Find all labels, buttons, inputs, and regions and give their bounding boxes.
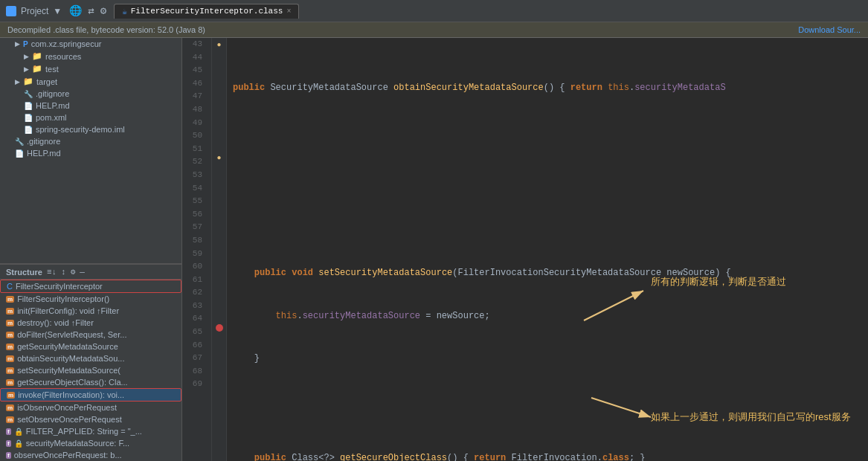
- code-editor: 43 44 45 46 47 48 49 50 51 52 53 54 55 5…: [182, 38, 868, 461]
- m-badge: m: [6, 379, 14, 386]
- struct-isobserve[interactable]: m isObserveOncePerRequest: [0, 402, 181, 413]
- constructor-name: FilterSecurityInterceptor(): [17, 294, 109, 303]
- m-badge: m: [6, 355, 14, 362]
- iml-icon: 📄: [24, 126, 33, 134]
- destroy-name: destroy(): void ↑Filter: [17, 318, 94, 327]
- project-dropdown-icon: ▼: [53, 6, 62, 16]
- struct-destroy[interactable]: m destroy(): void ↑Filter: [0, 317, 181, 329]
- project-icon: [6, 6, 16, 16]
- sidebar: ▶ P com.xz.springsecur ▶ 📁 resources ▶ 📁…: [0, 38, 182, 461]
- git-icon2: 🔧: [15, 138, 24, 146]
- m-badge: m: [6, 367, 14, 374]
- f-badge: f: [6, 428, 11, 435]
- md-icon2: 📄: [15, 149, 24, 158]
- code-line-51: public Class<?> getSecureObjectClass() {…: [233, 451, 862, 461]
- tab-close-button[interactable]: ×: [286, 7, 291, 16]
- tree-item-help2[interactable]: 📄 HELP.md: [0, 147, 181, 159]
- getsecobj-name: getSecureObjectClass(): Cla...: [17, 378, 128, 387]
- tree-item-target[interactable]: ▶ 📁 target: [0, 75, 181, 88]
- line-56: 56: [188, 208, 205, 222]
- struct-filter-applied[interactable]: f 🔒 FILTER_APPLIED: String = "_...: [0, 425, 181, 437]
- settings-icon[interactable]: ⚙: [100, 4, 106, 17]
- m-badge: m: [6, 308, 14, 315]
- target-label: target: [36, 77, 57, 86]
- structure-header: Structure ≡↓ ↕ ⚙ —: [0, 265, 181, 280]
- tree-item-resources[interactable]: ▶ 📁 resources: [0, 50, 181, 62]
- sort-icon[interactable]: ≡↓: [47, 268, 57, 277]
- struct-invoke[interactable]: m invoke(FilterInvocation): voi...: [0, 388, 181, 402]
- download-source-link[interactable]: Download Sour...: [798, 25, 861, 34]
- struct-constructor[interactable]: m FilterSecurityInterceptor(): [0, 293, 181, 305]
- structure-title: Structure: [6, 268, 42, 277]
- line-65: 65: [188, 326, 205, 339]
- f-badge: f: [6, 440, 11, 447]
- toolbar-icons: 🌐 ⇄ ⚙: [69, 4, 106, 17]
- sort-az-icon[interactable]: ↕: [61, 268, 66, 277]
- md-icon: 📄: [24, 102, 33, 110]
- help1-label: HELP.md: [36, 101, 70, 110]
- annotation-2: 如果上一步通过，则调用我们自己写的rest服务: [651, 410, 851, 425]
- line-57: 57: [188, 221, 205, 234]
- struct-setobserve[interactable]: m setObserveOncePerRequest: [0, 413, 181, 425]
- line-44: 44: [188, 51, 205, 65]
- struct-secmeta-source[interactable]: f 🔒 securityMetadataSource: F...: [0, 437, 181, 449]
- active-tab[interactable]: ☕ FilterSecurityInterceptor.class ×: [114, 4, 299, 19]
- folder-icon: 📁: [23, 77, 33, 86]
- project-menu[interactable]: Project ▼: [6, 6, 62, 16]
- line-53: 53: [188, 169, 205, 182]
- tree-item-project-root[interactable]: ▶ P com.xz.springsecur: [0, 38, 181, 50]
- f-badge: f: [6, 452, 11, 459]
- m-badge: m: [6, 416, 14, 423]
- tab-bar: ☕ FilterSecurityInterceptor.class ×: [114, 4, 862, 19]
- test-label: test: [45, 65, 59, 74]
- struct-init[interactable]: m init(FilterConfig): void ↑Filter: [0, 305, 181, 317]
- settings-struct-icon[interactable]: ⚙: [71, 267, 76, 277]
- tree-item-gitignore2[interactable]: 🔧 .gitignore: [0, 135, 181, 147]
- observe-once-name: observeOncePerRequest: b...: [14, 451, 122, 460]
- resources-label: resources: [45, 52, 81, 61]
- project-label: Project: [21, 6, 48, 16]
- tab-label: FilterSecurityInterceptor.class: [131, 7, 283, 16]
- line-43: 43: [188, 38, 205, 51]
- line-46: 46: [188, 77, 205, 91]
- gitignore1-label: .gitignore: [36, 89, 69, 98]
- struct-getsecuritymeta[interactable]: m getSecurityMetadataSource: [0, 341, 181, 352]
- tree-item-gitignore1[interactable]: 🔧 .gitignore: [0, 88, 181, 100]
- m-badge: m: [6, 344, 14, 350]
- project-root-label: com.xz.springsecur: [31, 39, 102, 48]
- secmeta-source-name: securityMetadataSource: F...: [26, 439, 129, 448]
- struct-dofilter[interactable]: m doFilter(ServletRequest, Ser...: [0, 329, 181, 341]
- line-numbers: 43 44 45 46 47 48 49 50 51 52 53 54 55 5…: [182, 38, 212, 461]
- gutter-43: ●: [216, 41, 221, 49]
- gitignore2-label: .gitignore: [27, 137, 60, 146]
- tree-item-test[interactable]: ▶ 📁 test: [0, 62, 181, 75]
- arrows-icon[interactable]: ⇄: [88, 4, 94, 17]
- struct-obtainsecmeta[interactable]: m obtainSecurityMetadataSou...: [0, 352, 181, 364]
- close-struct-icon[interactable]: —: [80, 268, 85, 277]
- struct-class-root[interactable]: C FilterSecurityInterceptor: [0, 280, 181, 293]
- project-badge: P: [23, 40, 28, 48]
- struct-observe-once[interactable]: f observeOncePerRequest: b...: [0, 449, 181, 461]
- line-50: 50: [188, 129, 205, 143]
- code-line-44: [233, 123, 862, 138]
- class-name: FilterSecurityInterceptor: [16, 282, 103, 291]
- globe-icon[interactable]: 🌐: [69, 4, 82, 17]
- tree-item-help1[interactable]: 📄 HELP.md: [0, 100, 181, 112]
- tab-icon: ☕: [122, 7, 127, 16]
- folder-icon: 📁: [32, 51, 42, 61]
- setobserve-name: setObserveOncePerRequest: [17, 415, 122, 424]
- tree-item-pom[interactable]: 📄 pom.xml: [0, 112, 181, 123]
- project-tree: ▶ P com.xz.springsecur ▶ 📁 resources ▶ 📁…: [0, 38, 181, 264]
- isobserve-name: isObserveOncePerRequest: [17, 403, 117, 412]
- tree-item-iml[interactable]: 📄 spring-security-demo.iml: [0, 123, 181, 135]
- struct-getsecobj[interactable]: m getSecureObjectClass(): Cla...: [0, 376, 181, 388]
- line-54: 54: [188, 182, 205, 196]
- struct-setsecmeta[interactable]: m setSecurityMetadataSource(: [0, 364, 181, 376]
- lock-icon2: 🔒: [14, 439, 23, 448]
- code-line-43: public SecurityMetadataSource obtainSecu…: [233, 81, 862, 95]
- annotation-1: 所有的判断逻辑，判断是否通过: [651, 274, 786, 290]
- m-badge: m: [6, 332, 14, 338]
- code-content: 43 44 45 46 47 48 49 50 51 52 53 54 55 5…: [182, 38, 868, 461]
- code-line-49: }: [233, 352, 862, 366]
- structure-panel: Structure ≡↓ ↕ ⚙ — C FilterSecurityInter…: [0, 264, 181, 461]
